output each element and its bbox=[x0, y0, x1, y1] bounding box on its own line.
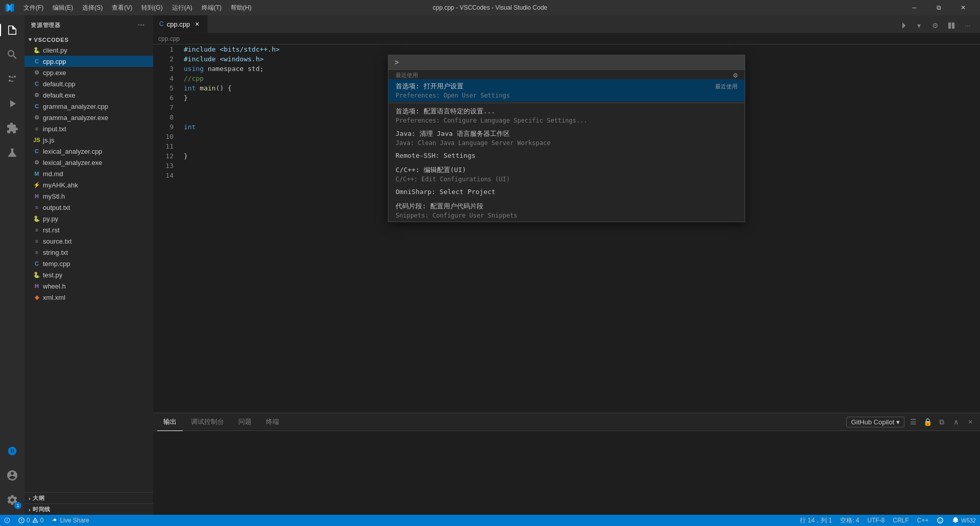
command-palette[interactable]: 最近使用 ⚙ 首选项: 打开用户设置 最近使用 Preferences: Ope… bbox=[388, 55, 745, 222]
workspace-header[interactable]: ▾ VSCCODES bbox=[24, 35, 153, 44]
file-item-default-cpp[interactable]: C default.cpp bbox=[24, 78, 153, 89]
cp-item-6[interactable]: 代码片段: 配置用户代码片段 Snippets: Configure User … bbox=[388, 199, 745, 222]
file-item-lexical_analyzer-cpp[interactable]: C lexical_analyzer.cpp bbox=[24, 146, 153, 157]
panel-tab-debug[interactable]: 调试控制台 bbox=[185, 413, 230, 431]
file-item-client-py[interactable]: 🐍 client.py bbox=[24, 44, 153, 56]
status-encoding[interactable]: UTF-8 bbox=[863, 515, 889, 526]
cp-item-0-subtitle: Preferences: Open User Settings bbox=[396, 92, 738, 99]
run-dropdown-button[interactable]: ▾ bbox=[912, 18, 926, 33]
file-item-gramma_analyzer-exe[interactable]: ⚙ gramma_analyzer.exe bbox=[24, 112, 153, 123]
menu-run[interactable]: 运行(A) bbox=[168, 3, 197, 13]
sidebar-more-button[interactable]: ··· bbox=[136, 19, 147, 31]
status-encoding-text: UTF-8 bbox=[867, 517, 885, 524]
file-item-source-txt[interactable]: ≡ source.txt bbox=[24, 235, 153, 247]
cp-item-1[interactable]: 首选项: 配置语言特定的设置... Preferences: Configure… bbox=[388, 104, 745, 127]
status-notifications[interactable]: W532 bbox=[948, 515, 980, 526]
status-spaces[interactable]: 空格: 4 bbox=[836, 515, 863, 526]
activity-bar: 1 bbox=[0, 15, 24, 515]
menu-edit[interactable]: 编辑(E) bbox=[48, 3, 77, 13]
file-item-input-txt[interactable]: ≡ input.txt bbox=[24, 123, 153, 134]
menu-file[interactable]: 文件(F) bbox=[19, 3, 47, 13]
menu-select[interactable]: 选择(S) bbox=[78, 3, 107, 13]
vscode-logo-icon bbox=[5, 3, 14, 12]
activity-search-icon[interactable] bbox=[0, 42, 24, 67]
titlebar: 文件(F) 编辑(E) 选择(S) 查看(V) 转到(G) 运行(A) 终端(T… bbox=[0, 0, 980, 15]
file-item-xml-xml[interactable]: ◈ xml.xml bbox=[24, 292, 153, 303]
file-item-output-txt[interactable]: ≡ output.txt bbox=[24, 202, 153, 213]
file-item-lexical_analyzer-exe[interactable]: ⚙ lexical_analyzer.exe bbox=[24, 157, 153, 168]
cp-gear-icon[interactable]: ⚙ bbox=[733, 71, 738, 79]
panel-tab-output[interactable]: 输出 bbox=[157, 413, 183, 431]
chevron-down-panel-icon: ▾ bbox=[896, 418, 900, 426]
command-palette-input[interactable] bbox=[395, 58, 739, 66]
cp-item-6-title-text: 代码片段: 配置用户代码片段 bbox=[396, 202, 483, 211]
activity-run-icon[interactable] bbox=[0, 91, 24, 116]
github-copilot-dropdown[interactable]: GitHub Copilot ▾ bbox=[846, 417, 904, 427]
cp-item-2[interactable]: Java: 清理 Java 语言服务器工作区 Java: Clean Java … bbox=[388, 127, 745, 149]
file-item-wheel-h[interactable]: H wheel.h bbox=[24, 280, 153, 292]
editor-area: C cpp.cpp × ▾ ⚙ ··· cpp.cpp bbox=[153, 15, 980, 515]
file-name: gramma_analyzer.cpp bbox=[43, 103, 108, 110]
activity-test-icon[interactable] bbox=[0, 140, 24, 165]
file-item-rst-rst[interactable]: ≡ rst.rst bbox=[24, 224, 153, 235]
panel-close-icon[interactable]: × bbox=[965, 416, 976, 427]
status-errors[interactable]: 0 0 bbox=[14, 515, 47, 526]
activity-remote-icon[interactable] bbox=[0, 439, 24, 463]
activity-settings-icon[interactable]: 1 bbox=[0, 488, 24, 512]
split-editor-button[interactable] bbox=[944, 18, 959, 33]
status-remote-icon[interactable] bbox=[0, 515, 14, 526]
file-item-default-exe[interactable]: ⚙ default.exe bbox=[24, 89, 153, 101]
breadcrumb-file[interactable]: cpp.cpp bbox=[158, 35, 180, 42]
outline-header[interactable]: › 大纲 bbox=[24, 493, 153, 504]
panel-copy-icon[interactable]: ⧉ bbox=[936, 416, 947, 427]
activity-explorer-icon[interactable] bbox=[0, 18, 24, 42]
tab-close-cpp[interactable]: × bbox=[193, 20, 201, 28]
file-item-gramma_analyzer-cpp[interactable]: C gramma_analyzer.cpp bbox=[24, 101, 153, 112]
cp-item-5[interactable]: OmniSharp: Select Project bbox=[388, 185, 745, 199]
file-item-string-txt[interactable]: ≡ string.txt bbox=[24, 247, 153, 258]
activity-account-icon[interactable] bbox=[0, 463, 24, 488]
status-line-ending[interactable]: CRLF bbox=[889, 515, 913, 526]
activity-extensions-icon[interactable] bbox=[0, 116, 24, 140]
close-button[interactable]: ✕ bbox=[951, 0, 975, 15]
menu-goto[interactable]: 转到(G) bbox=[137, 3, 166, 13]
panel-list-icon[interactable]: ☰ bbox=[908, 416, 919, 427]
status-live-share[interactable]: Live Share bbox=[47, 515, 93, 526]
minimize-button[interactable]: ─ bbox=[902, 0, 926, 15]
menu-help[interactable]: 帮助(H) bbox=[227, 3, 256, 13]
file-item-md-md[interactable]: M md.md bbox=[24, 168, 153, 179]
cp-item-3[interactable]: Remote-SSH: Settings bbox=[388, 149, 745, 163]
file-item-cpp-exe[interactable]: ⚙ cpp.exe bbox=[24, 67, 153, 78]
status-live-share-label: Live Share bbox=[60, 517, 89, 524]
tab-cpp[interactable]: C cpp.cpp × bbox=[153, 15, 208, 33]
status-language[interactable]: C++ bbox=[913, 515, 933, 526]
cp-item-0[interactable]: 首选项: 打开用户设置 最近使用 Preferences: Open User … bbox=[388, 79, 745, 102]
cp-item-4[interactable]: C/C++: 编辑配置(UI) C/C++: Edit Configuratio… bbox=[388, 163, 745, 185]
settings-badge: 1 bbox=[14, 502, 21, 509]
panel-tab-problems[interactable]: 问题 bbox=[232, 413, 258, 431]
panel-tab-terminal[interactable]: 终端 bbox=[260, 413, 285, 431]
file-item-js-js[interactable]: JS js.js bbox=[24, 134, 153, 146]
file-item-myStl-h[interactable]: H myStl.h bbox=[24, 190, 153, 202]
file-item-myAHK-ahk[interactable]: ⚡ myAHK.ahk bbox=[24, 179, 153, 190]
status-position[interactable]: 行 14，列 1 bbox=[796, 515, 836, 526]
panel-tabs: 输出 调试控制台 问题 终端 GitHub Copilot ▾ ☰ 🔒 ⧉ ∧ … bbox=[153, 413, 980, 431]
file-item-py-py[interactable]: 🐍 py.py bbox=[24, 213, 153, 224]
activity-source-control-icon[interactable] bbox=[0, 67, 24, 91]
file-item-cpp-cpp[interactable]: C cpp.cpp bbox=[24, 56, 153, 67]
timeline-header[interactable]: › 时间线 bbox=[24, 504, 153, 515]
settings-tab-button[interactable]: ⚙ bbox=[928, 18, 942, 33]
svg-point-5 bbox=[939, 519, 939, 520]
run-split-button[interactable] bbox=[895, 18, 910, 33]
file-item-test-py[interactable]: 🐍 test.py bbox=[24, 269, 153, 280]
menu-view[interactable]: 查看(V) bbox=[108, 3, 136, 13]
file-item-temp-cpp[interactable]: C temp.cpp bbox=[24, 258, 153, 269]
menu-terminal[interactable]: 终端(T) bbox=[198, 3, 226, 13]
line-num-1: 1 bbox=[153, 44, 174, 54]
status-feedback[interactable] bbox=[933, 515, 948, 526]
panel-collapse-icon[interactable]: ∧ bbox=[950, 416, 962, 427]
more-tabs-button[interactable]: ··· bbox=[961, 18, 975, 33]
maximize-button[interactable]: ⧉ bbox=[927, 0, 950, 15]
editor-content[interactable]: 1 2 3 4 5 6 7 8 9 10 11 12 13 14 #includ… bbox=[153, 44, 980, 413]
panel-lock-icon[interactable]: 🔒 bbox=[922, 416, 933, 427]
